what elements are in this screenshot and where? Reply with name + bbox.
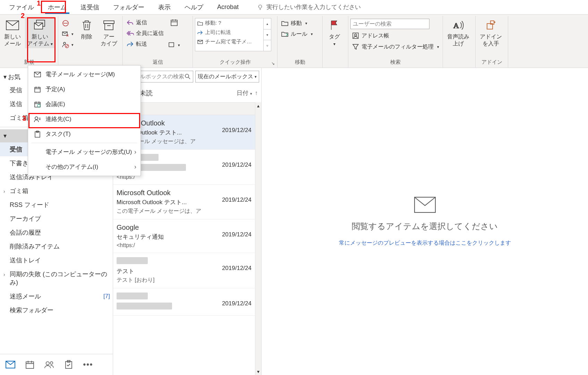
tab-help[interactable]: ヘルプ xyxy=(178,1,210,14)
flag-icon xyxy=(327,19,341,32)
group-quick-label: クイック操作 xyxy=(195,58,275,68)
tab-folder[interactable]: フォルダー xyxy=(107,1,151,14)
qs-team[interactable]: チーム宛て電子メ… xyxy=(195,37,271,46)
folder-rss[interactable]: RSS フィード xyxy=(0,198,113,212)
rules-icon xyxy=(281,30,289,38)
svg-rect-8 xyxy=(104,21,114,24)
address-book-button[interactable]: アドレス帳 xyxy=(350,31,441,40)
callout-1: 1 xyxy=(37,0,41,7)
new-items-button[interactable]: 新しい アイテム ▾ xyxy=(25,17,55,48)
move-folder-icon xyxy=(197,21,203,26)
menu-task[interactable]: タスク(T) xyxy=(28,127,140,141)
reply-all-arrow-icon xyxy=(126,29,134,37)
folder-syncfail[interactable]: ›同期の失敗 (このコンピューターのみ) xyxy=(0,267,113,289)
tab-acrobat[interactable]: Acrobat xyxy=(211,1,245,13)
new-items-icon xyxy=(33,19,47,32)
mail-filter-button[interactable]: 電子メールのフィルター処理▾ xyxy=(350,42,441,51)
quicksteps-launcher-icon[interactable]: ↘ xyxy=(270,61,276,66)
fwd-small-icon xyxy=(197,30,203,35)
person-icon xyxy=(34,115,41,123)
reply-button[interactable]: 返信 xyxy=(125,18,165,27)
person-block-icon xyxy=(62,41,69,49)
menu-other-items[interactable]: その他のアイテム(I) xyxy=(28,159,140,174)
more-icon xyxy=(168,41,176,49)
menu-email[interactable]: 電子メール メッセージ(M) xyxy=(28,67,140,82)
new-mail-label: 新しい メール xyxy=(4,33,21,47)
menu-contact[interactable]: 連絡先(C) xyxy=(28,112,140,127)
svg-point-27 xyxy=(46,362,49,365)
archive-button[interactable]: アー カイブ xyxy=(99,17,119,48)
more-reply-button[interactable]: ▾ xyxy=(167,41,181,50)
clipboard-icon xyxy=(34,130,41,138)
reading-empty-text: 閲覧するアイテムを選択してください xyxy=(352,221,498,232)
nav-more-icon[interactable]: ••• xyxy=(83,360,93,369)
qs-scrollbar[interactable]: ▴▾▿ xyxy=(263,18,271,51)
tab-view[interactable]: 表示 xyxy=(152,1,177,14)
folder-junk[interactable]: 迷惑メール[7] xyxy=(0,289,113,303)
msg-item[interactable]: Google セキュリティ通知 2019/12/24 <https:/ xyxy=(113,219,255,253)
svg-point-22 xyxy=(35,117,38,120)
envelope-x-icon xyxy=(62,30,69,38)
sort-button[interactable]: 日付 ▾ xyxy=(237,89,252,97)
nav-tasks-icon[interactable] xyxy=(64,360,74,369)
get-addins-button[interactable]: アドイン を入手 xyxy=(478,17,504,48)
nav-strip: ••• xyxy=(0,354,113,375)
ribbon-tabs: ファイル ホーム 送受信 フォルダー 表示 ヘルプ Acrobat 実行したい作… xyxy=(0,0,588,15)
filter-unread-tab[interactable]: 未読 xyxy=(139,89,153,98)
move-button[interactable]: 移動▾ xyxy=(280,19,314,28)
delete-label: 削除 xyxy=(81,33,92,40)
funnel-icon xyxy=(352,43,359,51)
reply-all-button[interactable]: 全員に返信 xyxy=(125,29,165,38)
search-users-input[interactable]: ユーザーの検索 xyxy=(350,19,429,29)
menu-meeting[interactable]: 会議(E) xyxy=(28,97,140,112)
delete-button[interactable]: 削除 xyxy=(77,17,96,41)
meeting-reply-button[interactable] xyxy=(169,18,179,27)
forward-button[interactable]: 転送 xyxy=(125,40,165,49)
menu-mail-format[interactable]: 電子メール メッセージの形式(U) xyxy=(28,145,140,159)
junk-button[interactable]: ▾ xyxy=(60,40,75,49)
envelope-icon xyxy=(6,19,19,32)
read-aloud-icon: A xyxy=(451,19,465,32)
msg-item[interactable]: Microsoft Outlook Microsoft Outlook テスト.… xyxy=(113,185,255,219)
chevron-right-icon: › xyxy=(3,272,8,277)
nav-calendar-icon[interactable] xyxy=(25,360,35,369)
search-scope-dropdown[interactable]: 現在のメールボックス▾ xyxy=(195,71,259,82)
ignore-button[interactable] xyxy=(60,19,75,28)
tab-sendrecv[interactable]: 送受信 xyxy=(74,1,105,14)
chevron-right-icon: › xyxy=(3,189,8,194)
reading-pane: 閲覧するアイテムを選択してください 常にメッセージのプレビューを表示する場合はこ… xyxy=(262,68,588,375)
reading-preview-link[interactable]: 常にメッセージのプレビューを表示する場合はここをクリックします xyxy=(339,239,511,247)
svg-point-6 xyxy=(63,42,66,44)
msg-item[interactable]: 2019/12/24 xyxy=(113,288,255,316)
folder-outbox[interactable]: 送信トレイ xyxy=(0,253,113,267)
svg-text:A: A xyxy=(453,21,459,30)
folder-archive[interactable]: アーカイブ xyxy=(0,212,113,226)
trash-icon xyxy=(80,19,94,32)
reply-arrow-icon xyxy=(126,19,134,26)
addins-icon xyxy=(484,19,498,32)
tags-button[interactable]: タグ▾ xyxy=(325,17,344,48)
menu-appointment[interactable]: 予定(A) xyxy=(28,82,140,97)
nav-people-icon[interactable] xyxy=(44,360,54,369)
quick-steps-gallery[interactable]: 移動: ? 上司に転送 チーム宛て電子メ… ▴▾▿ xyxy=(195,18,271,51)
qs-boss[interactable]: 上司に転送 xyxy=(195,28,271,37)
read-aloud-button[interactable]: A 音声読み 上げ xyxy=(445,17,471,48)
cleanup-button[interactable]: ▾ xyxy=(60,29,75,38)
new-mail-button[interactable]: 新しい メール xyxy=(2,17,23,48)
tell-me-text: 実行したい作業を入力してください xyxy=(266,3,361,11)
folder-conversation[interactable]: 会話の履歴 xyxy=(0,226,113,239)
nav-mail-icon[interactable] xyxy=(6,360,15,369)
group-move-label: 移動 xyxy=(280,58,320,68)
folder-trash[interactable]: ›ゴミ箱 xyxy=(0,184,113,198)
callout-2: 2 xyxy=(21,12,25,20)
rules-button[interactable]: ルール▾ xyxy=(280,29,314,38)
svg-rect-11 xyxy=(169,43,174,47)
tell-me-box[interactable]: 実行したい作業を入力してください xyxy=(257,3,361,11)
tab-home[interactable]: ホーム xyxy=(42,1,73,14)
qs-move[interactable]: 移動: ? xyxy=(195,18,271,28)
folder-deleted[interactable]: 削除済みアイテム xyxy=(0,239,113,253)
sort-direction-icon[interactable]: ↑ xyxy=(255,90,258,97)
envelope-icon xyxy=(34,71,41,78)
folder-searchfolders[interactable]: 検索フォルダー xyxy=(0,303,113,317)
msg-item[interactable]: テスト 2019/12/24 テスト [おわり] xyxy=(113,253,255,288)
